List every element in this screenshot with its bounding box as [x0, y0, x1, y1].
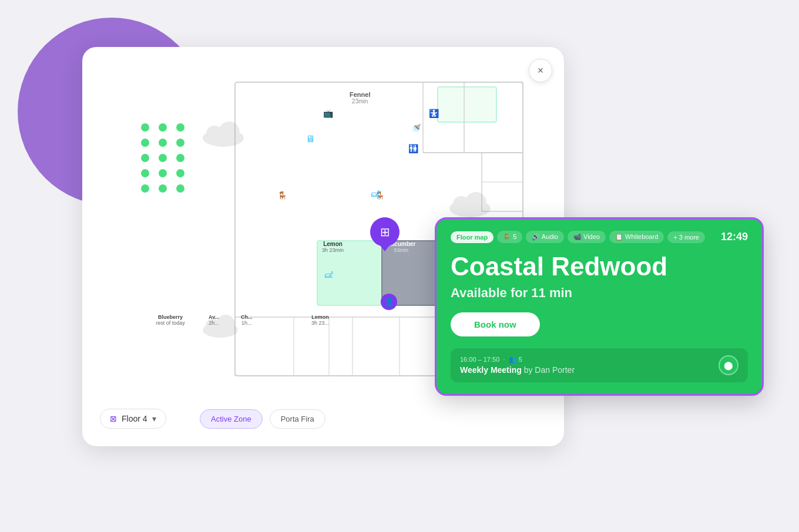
meeting-time: 16:00 – 17:50 · 👥 5 — [460, 356, 575, 363]
card-time: 12:49 — [721, 231, 748, 243]
cloud-3 — [200, 311, 241, 340]
meeting-row: 16:00 – 17:50 · 👥 5 Weekly Meeting by Da… — [451, 348, 748, 382]
meeting-btn-icon: ⬤ — [724, 361, 733, 370]
room-active-marker[interactable]: ⊞ — [370, 217, 400, 247]
amenity-chair-icon: 🪑 — [277, 191, 287, 200]
tab-audio[interactable]: 🔊 Audio — [526, 231, 564, 243]
cloud-1 — [200, 117, 247, 149]
floor-dropdown-icon: ▾ — [152, 414, 156, 423]
blueberry-room: Blueberry rest of today — [141, 314, 200, 326]
meeting-action-button[interactable]: ⬤ — [719, 355, 738, 375]
close-button[interactable]: × — [529, 59, 552, 82]
svg-point-20 — [465, 192, 486, 213]
tab-floor-map[interactable]: Floor map — [451, 231, 494, 243]
zone-pills-container: Active Zone Porta Fira — [200, 409, 325, 429]
meeting-capacity-icon: 👥 — [509, 356, 517, 363]
meeting-organizer: by Dan Porter — [524, 365, 575, 375]
fennel-room: Fennel 23min — [350, 91, 370, 105]
seating-dots — [141, 123, 187, 193]
av-room: Av... 2h... — [209, 314, 219, 326]
floor-selector[interactable]: ⊠ Floor 4 ▾ — [100, 409, 166, 429]
amenity-sofa2-icon: 🛋 — [325, 270, 333, 280]
meeting-title: Weekly Meeting by Dan Porter — [460, 365, 575, 375]
card-header: Floor map 🪑 5 🔊 Audio 📹 Video 📋 Whiteboa… — [451, 231, 748, 243]
amenity-restroom-icon: 🚿 — [411, 123, 421, 133]
svg-rect-2 — [438, 87, 496, 122]
lemon-room: Lemon 3h 23min — [322, 241, 344, 253]
meeting-info: 16:00 – 17:50 · 👥 5 Weekly Meeting by Da… — [460, 356, 575, 375]
amenity-sink-icon: 🚻 — [408, 144, 418, 153]
amenity-monitor-icon: 🖥 — [306, 134, 315, 144]
tab-video[interactable]: 📹 Video — [568, 231, 606, 243]
zone-pill-active-zone[interactable]: Active Zone — [200, 409, 263, 429]
card-room-name: Coastal Redwood — [451, 252, 748, 281]
amenity-sofa-icon: 🛋 — [371, 189, 380, 198]
card-availability: Available for 11 min — [451, 285, 748, 301]
cloud-2 — [446, 188, 494, 220]
room-marker-icon: ⊞ — [380, 225, 390, 239]
room-detail-card: Floor map 🪑 5 🔊 Audio 📹 Video 📋 Whiteboa… — [435, 217, 764, 396]
ch-room: Ch... 1h... — [241, 314, 253, 326]
zone-pill-porta-fira[interactable]: Porta Fira — [270, 409, 325, 429]
tab-whiteboard[interactable]: 📋 Whiteboard — [609, 231, 664, 243]
book-now-button[interactable]: Book now — [451, 312, 540, 336]
tab-more[interactable]: + 3 more — [667, 231, 705, 243]
svg-point-17 — [219, 122, 240, 143]
lemon2-room: Lemon 3h 23... — [311, 314, 329, 326]
floor-label: Floor 4 — [122, 414, 147, 423]
card-tabs: Floor map 🪑 5 🔊 Audio 📹 Video 📋 Whiteboa… — [451, 231, 705, 243]
floor-icon: ⊠ — [110, 414, 117, 423]
tab-capacity[interactable]: 🪑 5 — [497, 231, 522, 243]
person-marker: 👤 — [381, 294, 397, 310]
amenity-baby-icon: 🚼 — [429, 109, 439, 118]
amenity-screen-icon: 📺 — [323, 109, 333, 118]
